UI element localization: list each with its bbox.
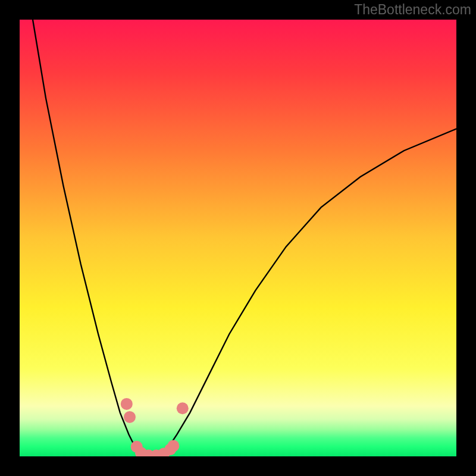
bottleneck-curve bbox=[20, 20, 456, 456]
plot-area bbox=[20, 20, 456, 456]
data-marker bbox=[124, 411, 136, 423]
data-marker bbox=[167, 440, 179, 452]
watermark-text: TheBottleneck.com bbox=[354, 2, 471, 18]
data-marker bbox=[177, 402, 189, 414]
chart-frame: TheBottleneck.com bbox=[0, 0, 476, 476]
data-marker bbox=[121, 398, 133, 410]
